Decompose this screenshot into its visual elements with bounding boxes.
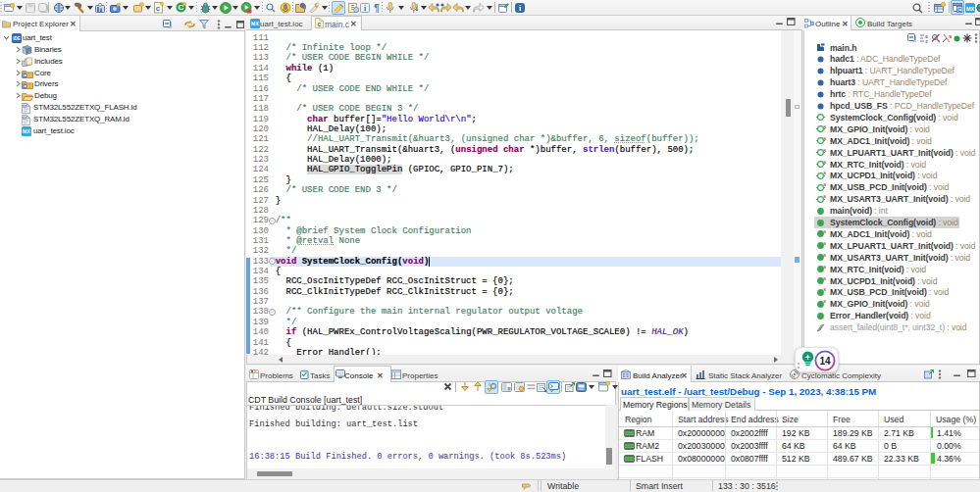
svg-text:C: C [23, 83, 26, 89]
svg-text:s: s [949, 33, 952, 39]
svg-text:MX: MX [966, 6, 975, 12]
svg-text:i: i [364, 4, 366, 13]
svg-text:C: C [957, 7, 961, 13]
svg-text:c: c [318, 21, 322, 27]
svg-text:IDE: IDE [13, 36, 21, 41]
svg-text:MX: MX [251, 21, 259, 26]
svg-text:MX: MX [23, 128, 30, 134]
svg-text:14: 14 [819, 355, 831, 366]
svg-text:C: C [23, 73, 26, 78]
svg-text:c: c [156, 4, 161, 13]
svg-text:¶: ¶ [374, 3, 380, 13]
